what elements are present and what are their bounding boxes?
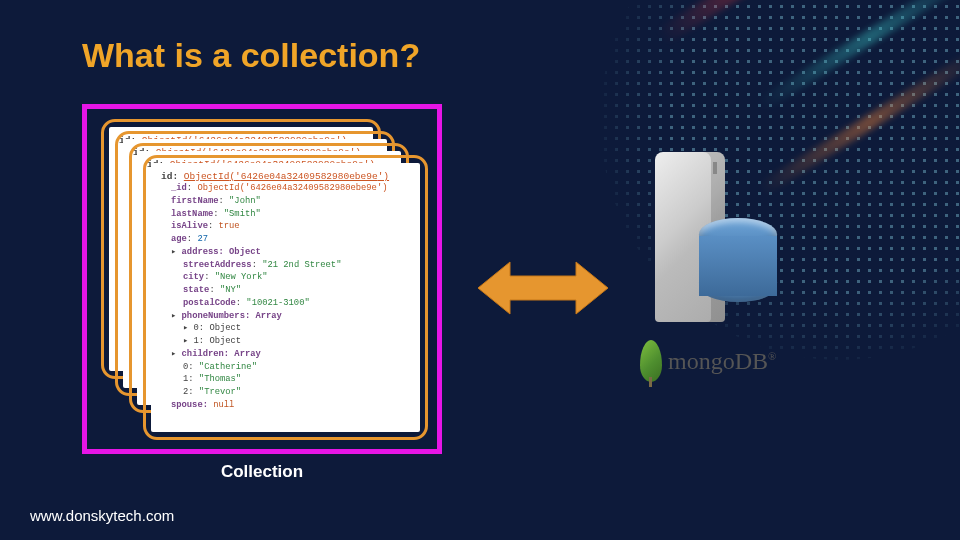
document-card-front: id: ObjectId('6426e04a32409582980ebe9e')… xyxy=(143,155,428,440)
svg-marker-0 xyxy=(478,262,608,314)
page-title: What is a collection? xyxy=(82,36,420,75)
doc-id-header: id: ObjectId('6426e04a32409582980ebe9e') xyxy=(161,171,410,182)
site-url: www.donskytech.com xyxy=(30,507,174,524)
mongodb-wordmark: mongoDB® xyxy=(668,348,776,375)
collection-frame: id: ObjectId('6426e04a32409582980ebe9e')… xyxy=(82,104,442,454)
database-server-icon xyxy=(655,152,765,322)
document-body: _id: ObjectId('6426e04a32409582980ebe9e'… xyxy=(161,182,410,412)
collection-label: Collection xyxy=(82,462,442,482)
mongodb-logo: mongoDB® xyxy=(640,340,776,382)
leaf-icon xyxy=(640,340,662,382)
bidirectional-arrow-icon xyxy=(478,258,608,318)
